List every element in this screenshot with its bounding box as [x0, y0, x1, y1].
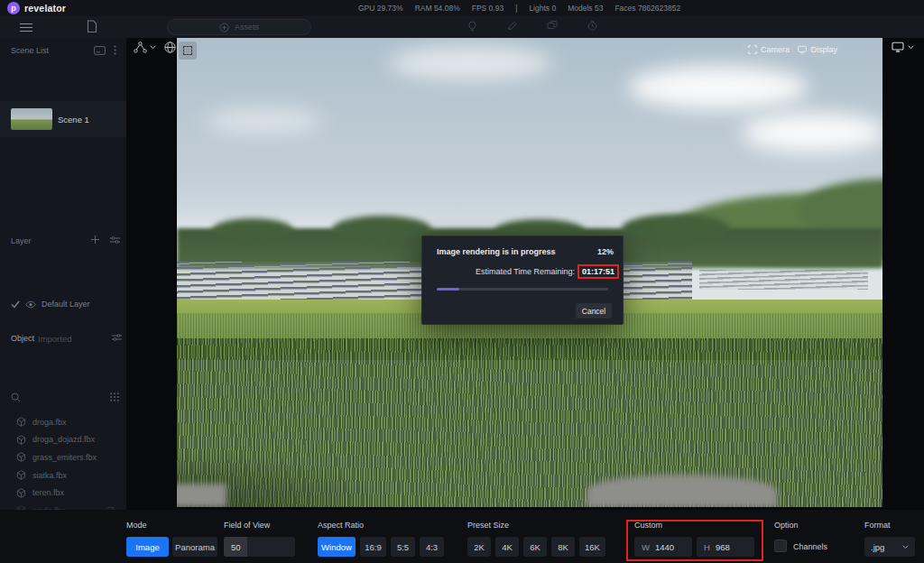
eye-icon [25, 300, 36, 309]
preset-8k-button[interactable]: 8K [551, 537, 575, 557]
scene-thumbnail [11, 108, 52, 130]
progress-bar [437, 288, 608, 291]
aspect-5-5-button[interactable]: 5:5 [391, 537, 415, 557]
performance-stats: GPU 29.73% RAM 54.08% FPS 0.93 | Lights … [358, 0, 680, 16]
screen-select-dropdown[interactable] [892, 42, 914, 52]
left-sidebar: Scene List Scene 1 Layer Default Layer O… [0, 38, 126, 510]
tab-imported[interactable]: Imported [38, 334, 72, 344]
main-toolbar [0, 16, 924, 38]
chevron-down-icon [150, 45, 156, 50]
gravel-path [587, 475, 777, 507]
foreground-grass [177, 338, 882, 507]
chevron-down-icon [908, 45, 914, 50]
preset-4k-button[interactable]: 4K [495, 537, 519, 557]
cube-icon [16, 435, 26, 445]
faces-stat: Faces 7862623852 [614, 4, 680, 13]
object-item[interactable]: teren.fbx [0, 484, 126, 502]
app-title: revelator [24, 3, 66, 14]
search-icon[interactable] [11, 392, 21, 402]
scene-list-title: Scene List [11, 46, 49, 55]
layer-filter-icon[interactable] [110, 236, 120, 244]
mode-label: Mode [126, 521, 147, 530]
eta-label: Estimated Time Remaining: [476, 267, 575, 276]
app-window: p revelator GPU 29.73% RAM 54.08% FPS 0.… [0, 0, 924, 563]
object-search-row [0, 392, 126, 408]
ram-stat: RAM 54.08% [415, 4, 460, 13]
width-value: 1440 [655, 542, 674, 552]
lights-stat: Lights 0 [529, 4, 556, 13]
globe-icon[interactable] [164, 42, 176, 53]
eta-value: 01:17:51 [578, 264, 619, 279]
scene-name: Scene 1 [58, 115, 89, 125]
layer-name: Default Layer [42, 300, 90, 309]
mode-image-button[interactable]: Image [126, 537, 169, 557]
monitor-icon [892, 42, 904, 52]
object-item[interactable]: grass_emiters.fbx [0, 448, 126, 466]
gpu-stat: GPU 29.73% [358, 4, 403, 13]
transform-tool-dropdown[interactable] [134, 42, 156, 53]
layer-item[interactable]: Default Layer [0, 296, 126, 312]
new-document-icon[interactable] [87, 20, 97, 33]
custom-height-input[interactable]: H 968 [697, 537, 754, 557]
app-logo[interactable]: p [7, 2, 20, 14]
models-stat: Models 53 [568, 4, 603, 13]
preset-6k-button[interactable]: 6K [523, 537, 547, 557]
pen-icon[interactable] [507, 21, 517, 31]
cancel-button[interactable]: Cancel [576, 303, 612, 318]
solar-panel-field-right [699, 270, 869, 290]
format-select[interactable]: .jpg [864, 537, 915, 557]
object-item[interactable]: siatka.fbx [0, 466, 126, 485]
timer-icon[interactable] [587, 21, 597, 31]
stat-divider: | [515, 4, 517, 13]
dialog-title: Image rendering is in progress [437, 247, 556, 256]
check-icon [11, 300, 20, 309]
fov-label: Field of View [224, 521, 270, 530]
fov-input[interactable]: 50 [224, 537, 295, 557]
cube-icon [16, 452, 26, 462]
cloud [205, 108, 322, 134]
material-icon[interactable] [547, 21, 558, 31]
preset-size-label: Preset Size [467, 521, 509, 530]
width-prefix: W [642, 542, 650, 552]
preset-2k-button[interactable]: 2K [467, 537, 491, 557]
object-title[interactable]: Object [11, 334, 34, 343]
progress-percent: 12% [597, 247, 614, 256]
cube-icon [16, 470, 26, 480]
add-layer-icon[interactable] [90, 235, 100, 245]
light-icon[interactable] [467, 21, 477, 32]
height-prefix: H [704, 542, 710, 552]
viewport-tools [134, 42, 176, 53]
cube-icon [16, 488, 26, 498]
cube-icon [16, 417, 26, 427]
mode-panorama-button[interactable]: Panorama [172, 537, 217, 557]
cloud [742, 113, 882, 152]
gizmo-icon [134, 42, 147, 53]
kebab-menu-icon[interactable] [114, 45, 116, 55]
marquee-icon [183, 46, 192, 55]
menu-icon[interactable] [20, 23, 32, 32]
object-filter-icon[interactable] [112, 334, 122, 341]
format-label: Format [864, 521, 891, 530]
channels-label: Channels [793, 542, 827, 551]
format-value: .jpg [871, 542, 884, 552]
aspect-16-9-button[interactable]: 16:9 [360, 537, 386, 557]
custom-width-input[interactable]: W 1440 [634, 537, 692, 557]
cloud [628, 66, 808, 109]
toolbar-tool-icons [467, 21, 597, 32]
aspect-window-button[interactable]: Window [318, 537, 356, 557]
assets-button[interactable]: Assets [167, 19, 311, 35]
trees [332, 216, 431, 243]
camera-button[interactable]: Camera [742, 42, 796, 57]
display-button[interactable]: Display [791, 42, 844, 57]
object-item[interactable]: droga_dojazd.fbx [0, 431, 126, 449]
channels-checkbox[interactable] [774, 540, 787, 552]
top-status-bar: p revelator GPU 29.73% RAM 54.08% FPS 0.… [0, 0, 924, 16]
scene-card-icon[interactable] [94, 46, 106, 55]
custom-label: Custom [634, 521, 662, 530]
grid-view-icon[interactable] [110, 392, 119, 401]
marquee-select-button[interactable] [179, 42, 197, 60]
scene-list-item[interactable]: Scene 1 [0, 101, 126, 137]
object-item[interactable]: droga.fbx [0, 413, 126, 431]
preset-16k-button[interactable]: 16K [579, 537, 605, 557]
aspect-4-3-button[interactable]: 4:3 [420, 537, 444, 557]
